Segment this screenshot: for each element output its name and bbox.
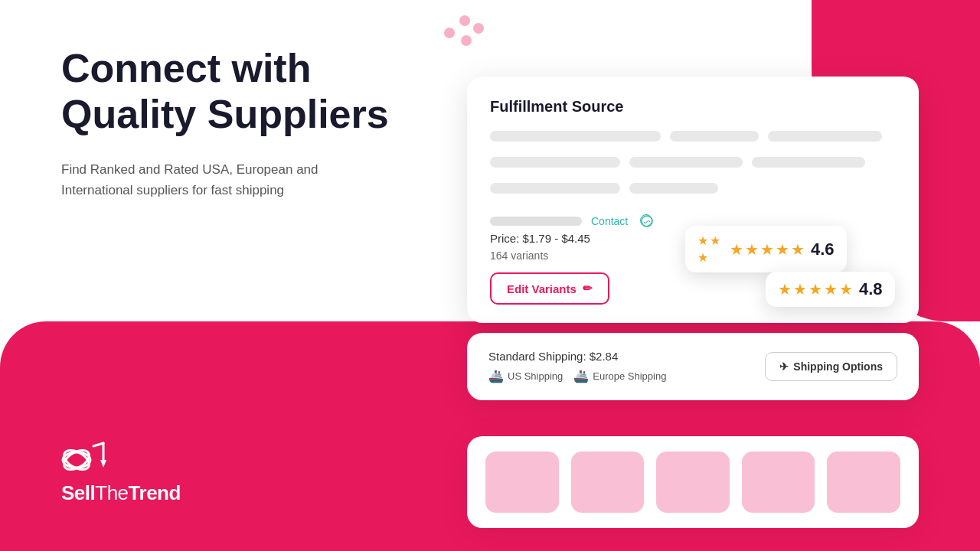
edit-variants-label: Edit Variants bbox=[507, 282, 577, 295]
star-b-2: ★ bbox=[793, 280, 807, 298]
skeleton-1 bbox=[490, 131, 661, 142]
europe-shipping-label: Europe Shipping bbox=[593, 370, 666, 382]
skeleton-8 bbox=[629, 183, 719, 194]
shipping-price: Standard Shipping: $2.84 bbox=[488, 350, 666, 363]
svg-marker-5 bbox=[100, 460, 106, 468]
mini-star-row-2: ★ bbox=[697, 250, 720, 265]
rating-value-2: 4.8 bbox=[859, 279, 883, 299]
dot-3 bbox=[473, 23, 484, 34]
skeleton-row-2 bbox=[490, 157, 896, 175]
stars-display-2: ★ ★ ★ ★ ★ bbox=[778, 280, 853, 298]
edit-variants-button[interactable]: Edit Variants ✏ bbox=[490, 272, 609, 305]
svg-line-3 bbox=[93, 443, 103, 446]
pink-square-3 bbox=[656, 452, 730, 513]
logo-area: SellTheTrend bbox=[61, 439, 181, 505]
pink-square-5 bbox=[827, 452, 900, 513]
shipping-options-button[interactable]: ✈ Shipping Options bbox=[765, 352, 897, 381]
skeleton-5 bbox=[629, 157, 743, 168]
bottom-card bbox=[467, 436, 919, 528]
star-b-4: ★ bbox=[824, 280, 838, 298]
shipping-options-icon: ✈ bbox=[779, 360, 789, 373]
rating-card-1: ★ ★ ★ ★ ★ ★ ★ ★ 4.6 bbox=[685, 226, 847, 272]
contact-icon bbox=[640, 214, 652, 227]
logo-text: SellTheTrend bbox=[61, 481, 181, 505]
star-5: ★ bbox=[791, 240, 805, 259]
shipping-options-label: Shipping Options bbox=[793, 360, 883, 373]
mini-star-1: ★ bbox=[697, 233, 708, 248]
rating-value-1: 4.6 bbox=[811, 240, 835, 259]
dot-1 bbox=[459, 15, 470, 26]
skeleton-name bbox=[490, 217, 582, 226]
logo-icon bbox=[61, 439, 107, 477]
hero-subtext: Find Ranked and Rated USA, European and … bbox=[61, 159, 352, 201]
mini-star-row-1: ★ ★ bbox=[697, 233, 720, 248]
pink-square-4 bbox=[742, 452, 815, 513]
skeleton-4 bbox=[490, 157, 620, 168]
stars-display-1: ★ ★ ★ ★ ★ bbox=[730, 240, 805, 259]
hero-heading: Connect with Quality Suppliers bbox=[61, 46, 389, 138]
supplier-info: Contact bbox=[490, 215, 652, 227]
star-4: ★ bbox=[776, 240, 789, 259]
star-b-1: ★ bbox=[778, 280, 792, 298]
skeleton-row-1 bbox=[490, 131, 896, 149]
ship-icon-2: 🚢 bbox=[573, 369, 589, 383]
pink-square-1 bbox=[485, 452, 559, 513]
contact-link[interactable]: Contact bbox=[591, 215, 628, 227]
star-3: ★ bbox=[760, 240, 774, 259]
star-1: ★ bbox=[730, 240, 743, 259]
svg-point-0 bbox=[63, 452, 90, 468]
skeleton-row-3 bbox=[490, 183, 896, 201]
mini-star-cluster: ★ ★ ★ bbox=[697, 233, 720, 265]
mini-star-2: ★ bbox=[710, 233, 720, 248]
ship-icon-1: 🚢 bbox=[488, 369, 504, 383]
dot-2 bbox=[444, 28, 455, 38]
shipping-tags: 🚢 US Shipping 🚢 Europe Shipping bbox=[488, 369, 666, 383]
mini-star-3: ★ bbox=[697, 250, 708, 265]
dot-4 bbox=[461, 35, 472, 46]
us-shipping-label: US Shipping bbox=[508, 370, 563, 382]
skeleton-7 bbox=[490, 183, 620, 194]
europe-shipping-tag: 🚢 Europe Shipping bbox=[573, 369, 666, 383]
card-title: Fulfillment Source bbox=[490, 98, 896, 116]
rating-card-2: ★ ★ ★ ★ ★ 4.8 bbox=[766, 272, 895, 307]
shipping-card: Standard Shipping: $2.84 🚢 US Shipping 🚢… bbox=[467, 333, 919, 400]
pink-square-2 bbox=[571, 452, 645, 513]
hero-section: Connect with Quality Suppliers Find Rank… bbox=[61, 46, 389, 201]
skeleton-3 bbox=[768, 131, 881, 142]
skeleton-6 bbox=[752, 157, 865, 168]
star-b-5: ★ bbox=[839, 280, 853, 298]
star-b-3: ★ bbox=[808, 280, 822, 298]
skeleton-2 bbox=[670, 131, 760, 142]
shipping-info: Standard Shipping: $2.84 🚢 US Shipping 🚢… bbox=[488, 350, 666, 383]
star-2: ★ bbox=[745, 240, 759, 259]
us-shipping-tag: 🚢 US Shipping bbox=[488, 369, 563, 383]
edit-icon: ✏ bbox=[583, 282, 593, 295]
svg-point-6 bbox=[642, 216, 652, 227]
